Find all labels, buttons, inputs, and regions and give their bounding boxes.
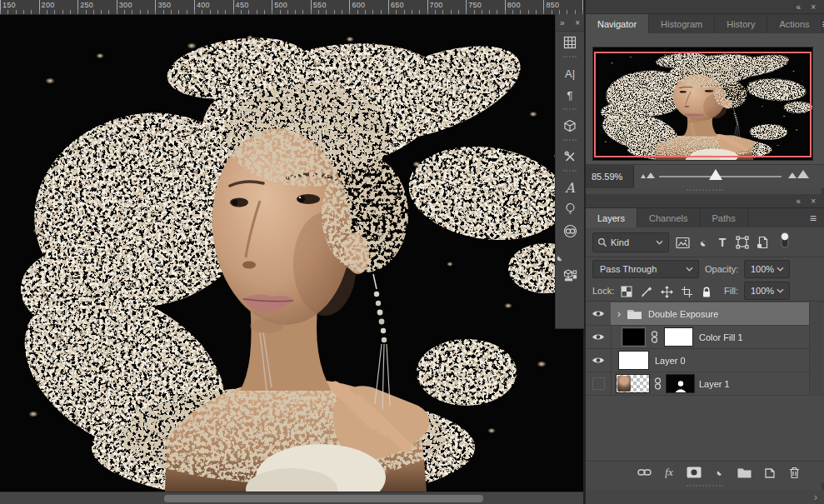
layers-tabs: Layers Channels Paths ≡	[586, 208, 824, 228]
panel-dock: « × Navigator Histogram History Actions …	[583, 0, 824, 504]
navigator-zoom-bar: 85.59%	[586, 164, 824, 188]
layer-row-layer-1[interactable]: Layer 1	[586, 372, 824, 396]
mask-silhouette	[673, 380, 688, 392]
horizontal-ruler: 1502002503003504004505005506006507007508…	[0, 0, 586, 15]
ruler-label: 550	[313, 1, 327, 9]
ruler-label: 300	[119, 1, 132, 9]
visibility-toggle[interactable]	[586, 349, 612, 372]
layers-action-bar: fx ◐	[586, 461, 824, 483]
character-panel-icon[interactable]: A|	[556, 62, 584, 84]
visibility-toggle[interactable]	[586, 302, 612, 325]
close-strip-icon[interactable]: ×	[575, 18, 580, 27]
thumbnail-subject	[617, 376, 631, 392]
horizontal-scrollbar[interactable]	[0, 492, 583, 504]
layer-thumbnail[interactable]	[616, 374, 650, 393]
3d-panel-icon[interactable]	[556, 115, 584, 137]
layer-name: Layer 0	[655, 356, 686, 366]
glyphs-panel-icon[interactable]: A	[556, 177, 584, 198]
layer-name: Double Exposure	[648, 309, 718, 319]
paragraph-panel-icon[interactable]: ¶	[556, 84, 584, 106]
document-canvas[interactable]	[0, 14, 583, 492]
fill-color-swatch[interactable]	[622, 328, 645, 346]
chevron-down-icon	[777, 288, 784, 293]
zoom-slider-thumb[interactable]	[709, 169, 722, 180]
mask-link-icon[interactable]	[654, 377, 662, 390]
new-layer-icon[interactable]	[761, 464, 777, 481]
new-group-icon[interactable]	[736, 464, 752, 481]
collapse-panels-icon[interactable]: «	[797, 197, 802, 206]
artwork-image	[0, 14, 583, 492]
folder-icon	[627, 307, 642, 320]
tab-histogram[interactable]: Histogram	[649, 14, 715, 33]
layer-mask-thumbnail[interactable]	[666, 374, 695, 393]
tab-actions[interactable]: Actions	[767, 14, 822, 33]
tab-history[interactable]: History	[715, 14, 767, 33]
learn-panel-icon[interactable]	[556, 198, 584, 220]
tool-presets-icon[interactable]	[556, 146, 584, 167]
zoom-in-icon[interactable]	[788, 170, 809, 178]
ruler-label: 150	[2, 1, 16, 9]
layer-name: Layer 1	[699, 379, 730, 389]
chevron-down-icon	[686, 267, 693, 272]
layer-row-double-exposure[interactable]: › Double Exposure	[586, 302, 824, 326]
blend-mode-dropdown[interactable]: Pass Through	[592, 260, 699, 278]
filter-kind-dropdown[interactable]: Kind	[592, 232, 669, 252]
lock-all-icon[interactable]	[697, 282, 716, 301]
photoshop-window: 1502002503003504004505005506006507007508…	[0, 0, 824, 504]
ruler-label: 700	[430, 1, 443, 9]
group-expander-icon[interactable]: ›	[617, 308, 621, 320]
grid-panel-icon[interactable]	[556, 32, 584, 53]
navigator-thumbnail[interactable]	[592, 47, 813, 161]
visibility-toggle[interactable]	[586, 372, 612, 395]
layers-group-header: « ×	[586, 194, 824, 208]
lock-label: Lock:	[592, 286, 614, 296]
layer-mask-thumbnail[interactable]	[664, 327, 693, 347]
search-icon	[597, 237, 607, 247]
expand-dock-icon[interactable]: ›	[814, 492, 817, 503]
close-panel-icon[interactable]: ×	[811, 197, 816, 206]
new-adjustment-layer-icon[interactable]: ◐	[707, 461, 731, 484]
collapsed-panels-strip: » × A| ¶ A	[555, 14, 584, 329]
layer-styles-icon[interactable]: fx	[661, 464, 677, 481]
fill-field[interactable]: 100%	[744, 282, 790, 300]
eye-empty-box	[592, 377, 605, 390]
delete-layer-icon[interactable]	[786, 464, 802, 481]
tab-paths[interactable]: Paths	[701, 208, 748, 227]
layer-row-color-fill-1[interactable]: Color Fill 1	[586, 326, 824, 349]
tab-layers[interactable]: Layers	[586, 208, 637, 227]
tab-channels[interactable]: Channels	[637, 208, 700, 227]
ruler-label: 850	[546, 1, 559, 9]
filter-smart-objects-icon[interactable]	[753, 233, 772, 252]
zoom-out-icon[interactable]	[641, 172, 655, 178]
ruler-label: 750	[468, 1, 482, 9]
fill-label: Fill:	[724, 286, 738, 296]
horizontal-scrollbar-thumb[interactable]	[164, 495, 483, 502]
panel-menu-icon[interactable]: ≡	[810, 212, 817, 225]
ruler-label: 200	[42, 1, 55, 9]
eye-icon	[592, 309, 605, 318]
layers-empty-area	[586, 396, 824, 461]
lock-artboard-icon[interactable]	[677, 282, 696, 301]
mask-link-icon[interactable]	[651, 331, 658, 343]
lock-pixels-icon[interactable]	[637, 282, 656, 301]
expand-panels-icon[interactable]: »	[560, 18, 565, 27]
layer-row-layer-0[interactable]: Layer 0	[586, 349, 824, 372]
lock-transparency-icon[interactable]	[617, 282, 636, 301]
ruler-label: 650	[391, 1, 404, 9]
zoom-percentage-field[interactable]: 85.59%	[586, 165, 634, 188]
collapse-panels-icon[interactable]: «	[797, 2, 802, 12]
filter-type-layers-icon[interactable]: T	[713, 233, 732, 252]
close-panel-icon[interactable]: ×	[811, 2, 816, 12]
add-layer-mask-icon[interactable]	[686, 464, 702, 481]
filtering-toggle[interactable]	[776, 231, 794, 249]
filter-shape-layers-icon[interactable]	[733, 233, 752, 252]
eye-icon	[592, 356, 605, 365]
layer-thumbnail[interactable]	[618, 351, 649, 370]
filter-adjustment-layers-icon[interactable]: ◐	[689, 229, 715, 255]
tab-navigator[interactable]: Navigator	[586, 14, 649, 33]
lock-position-icon[interactable]	[657, 282, 676, 301]
visibility-toggle[interactable]	[586, 326, 612, 348]
opacity-field[interactable]: 100%	[744, 260, 790, 278]
link-layers-icon[interactable]	[636, 464, 652, 481]
ruler-label: 800	[507, 1, 521, 9]
